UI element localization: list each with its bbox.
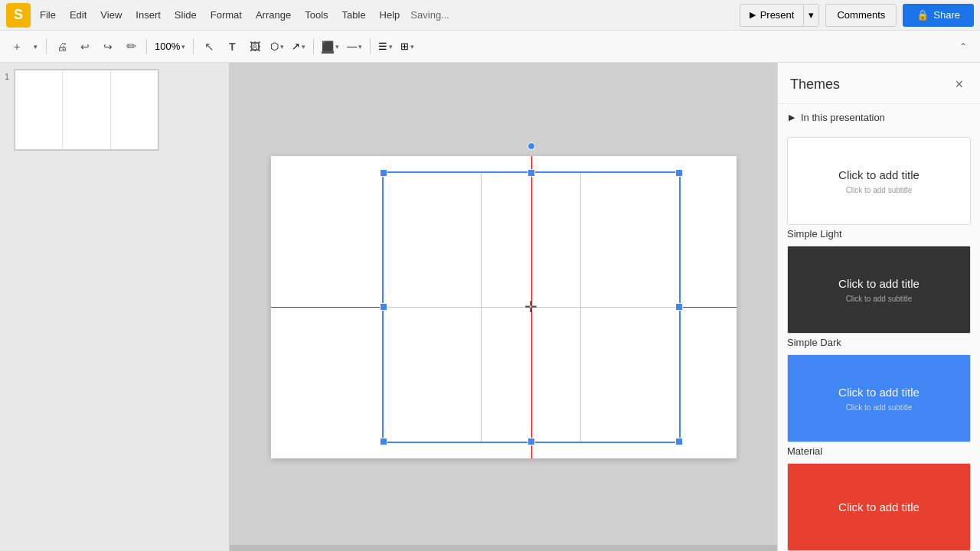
zoom-value: 100% bbox=[155, 41, 180, 52]
themes-title: Themes bbox=[790, 77, 840, 93]
theme-item-material: Click to add title Click to add subtitle… bbox=[787, 354, 971, 457]
table-row bbox=[382, 171, 680, 307]
rotation-handle[interactable] bbox=[528, 142, 535, 150]
themes-panel: Themes × ▶ In this presentation Click to… bbox=[777, 63, 980, 551]
theme-item-coral: Click to add title bbox=[787, 463, 971, 551]
table-cell[interactable] bbox=[482, 171, 581, 307]
print-button[interactable]: 🖨 bbox=[51, 36, 73, 57]
add-button[interactable]: + bbox=[6, 36, 28, 57]
menu-format[interactable]: Format bbox=[204, 6, 248, 24]
shapes-icon: ⬡ bbox=[270, 41, 279, 52]
align-dropdown[interactable]: ☰ ▾ bbox=[375, 39, 396, 54]
toolbar: + ▾ 🖨 ↩ ↪ ✏ 100% ▾ ↖ T 🖼 ⬡ ▾ ↗ ▾ ⬛ ▾ — ▾… bbox=[0, 31, 980, 63]
border-color-icon: — bbox=[347, 41, 357, 52]
menu-tools[interactable]: Tools bbox=[299, 6, 334, 24]
share-lock-icon: 🔒 bbox=[916, 9, 929, 21]
canvas-area[interactable]: ✛ bbox=[230, 63, 777, 551]
distribute-arrow: ▾ bbox=[410, 43, 414, 51]
present-button[interactable]: ▶ Present ▾ bbox=[740, 4, 820, 27]
main-area: 1 bbox=[0, 63, 980, 551]
menu-slide[interactable]: Slide bbox=[168, 6, 203, 24]
theme-preview-coral[interactable]: Click to add title bbox=[787, 463, 971, 551]
canvas-scrollbar[interactable] bbox=[230, 545, 777, 551]
line-dropdown[interactable]: ↗ ▾ bbox=[289, 39, 309, 54]
menu-help[interactable]: Help bbox=[374, 6, 407, 24]
theme-preview-simple-light[interactable]: Click to add title Click to add subtitle bbox=[787, 137, 971, 225]
in-presentation-chevron: ▶ bbox=[789, 112, 795, 122]
theme-material-name: Material bbox=[787, 445, 971, 457]
slide-thumbnail-wrapper: 1 bbox=[5, 69, 224, 151]
theme-list: Click to add title Click to add subtitle… bbox=[778, 131, 980, 551]
menu-bar: File Edit View Insert Slide Format Arran… bbox=[34, 6, 449, 24]
undo-button[interactable]: ↩ bbox=[74, 36, 96, 57]
fill-color-arrow: ▾ bbox=[335, 43, 339, 51]
theme-material-title: Click to add title bbox=[838, 386, 920, 399]
theme-preview-simple-dark[interactable]: Click to add title Click to add subtitle bbox=[787, 246, 971, 334]
saving-status: Saving... bbox=[410, 9, 449, 21]
menu-file[interactable]: File bbox=[34, 6, 62, 24]
align-icon: ☰ bbox=[378, 41, 387, 52]
distribute-dropdown[interactable]: ⊞ ▾ bbox=[397, 39, 417, 54]
app-logo[interactable]: S bbox=[6, 3, 31, 28]
table-cell[interactable] bbox=[580, 171, 680, 307]
slide-number: 1 bbox=[5, 72, 9, 81]
add-dropdown[interactable]: ▾ bbox=[29, 36, 41, 57]
share-label: Share bbox=[933, 9, 960, 21]
theme-coral-title: Click to add title bbox=[838, 500, 920, 514]
shapes-arrow: ▾ bbox=[280, 43, 284, 51]
shapes-dropdown[interactable]: ⬡ ▾ bbox=[267, 39, 287, 54]
table-cell[interactable] bbox=[382, 171, 482, 307]
table-cell[interactable] bbox=[580, 307, 680, 442]
theme-preview-material[interactable]: Click to add title Click to add subtitle bbox=[787, 354, 971, 442]
themes-close-button[interactable]: × bbox=[950, 75, 968, 94]
comments-button[interactable]: Comments bbox=[825, 4, 897, 27]
fill-color-icon: ⬛ bbox=[322, 41, 334, 52]
theme-material-subtitle: Click to add subtitle bbox=[846, 403, 913, 412]
present-dropdown-arrow[interactable]: ▾ bbox=[803, 5, 818, 26]
theme-simple-light-name: Simple Light bbox=[787, 228, 971, 240]
separator-5 bbox=[370, 39, 371, 54]
theme-item-simple-dark: Click to add title Click to add subtitle… bbox=[787, 246, 971, 348]
text-tool[interactable]: T bbox=[221, 36, 243, 57]
line-icon: ↗ bbox=[292, 41, 300, 52]
table-object[interactable] bbox=[382, 171, 681, 443]
theme-simple-light-subtitle: Click to add subtitle bbox=[846, 186, 913, 194]
table-cell[interactable] bbox=[482, 307, 581, 442]
align-arrow: ▾ bbox=[389, 43, 393, 51]
fill-color-dropdown[interactable]: ⬛ ▾ bbox=[318, 39, 342, 54]
line-arrow: ▾ bbox=[302, 43, 305, 51]
select-tool[interactable]: ↖ bbox=[198, 36, 220, 57]
slide-canvas[interactable]: ✛ bbox=[271, 156, 737, 458]
menu-view[interactable]: View bbox=[94, 6, 128, 24]
menu-edit[interactable]: Edit bbox=[64, 6, 93, 24]
theme-simple-dark-title: Click to add title bbox=[838, 277, 920, 290]
present-label: Present bbox=[760, 9, 795, 21]
distribute-icon: ⊞ bbox=[400, 41, 409, 52]
separator-1 bbox=[46, 39, 47, 54]
theme-simple-dark-name: Simple Dark bbox=[787, 337, 971, 348]
separator-2 bbox=[146, 39, 147, 54]
share-button[interactable]: 🔒 Share bbox=[903, 4, 974, 27]
paint-format-button[interactable]: ✏ bbox=[120, 36, 142, 57]
table-cell[interactable] bbox=[382, 307, 482, 442]
collapse-button[interactable]: ⌃ bbox=[952, 36, 974, 57]
present-icon: ▶ bbox=[750, 10, 756, 20]
table-grid bbox=[382, 171, 681, 443]
right-actions: ▶ Present ▾ Comments 🔒 Share bbox=[740, 4, 974, 27]
border-color-dropdown[interactable]: — ▾ bbox=[344, 39, 365, 54]
top-bar: S File Edit View Insert Slide Format Arr… bbox=[0, 0, 980, 31]
image-tool[interactable]: 🖼 bbox=[244, 36, 266, 57]
slide-thumbnail[interactable] bbox=[14, 69, 159, 151]
redo-button[interactable]: ↪ bbox=[97, 36, 119, 57]
present-main[interactable]: ▶ Present bbox=[740, 6, 804, 24]
table-row bbox=[382, 307, 680, 442]
menu-arrange[interactable]: Arrange bbox=[250, 6, 297, 24]
theme-simple-light-title: Click to add title bbox=[838, 168, 920, 181]
theme-item-simple-light: Click to add title Click to add subtitle… bbox=[787, 137, 971, 240]
menu-insert[interactable]: Insert bbox=[129, 6, 167, 24]
zoom-arrow: ▾ bbox=[181, 43, 185, 51]
in-presentation-label: In this presentation bbox=[801, 112, 885, 123]
zoom-dropdown[interactable]: 100% ▾ bbox=[152, 39, 188, 54]
menu-table[interactable]: Table bbox=[336, 6, 372, 24]
in-this-presentation[interactable]: ▶ In this presentation bbox=[778, 104, 980, 131]
